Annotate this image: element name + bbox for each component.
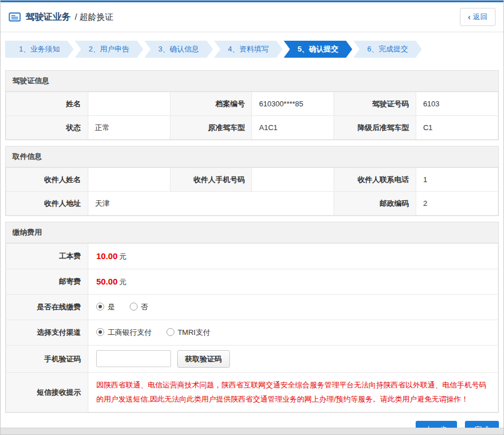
field-value-recipient-address: 天津 (88, 192, 334, 216)
chevron-left-icon: ‹ (468, 13, 471, 21)
step-3-confirm-info[interactable]: 3、确认信息 (144, 41, 213, 58)
radio-online-pay-yes-label[interactable]: 是 (108, 303, 115, 311)
table-row: 工本费 10.00元 (6, 244, 498, 269)
field-value-mail-fee: 50.00元 (88, 269, 498, 295)
table-row: 邮寄费 50.00元 (6, 269, 498, 295)
field-value-recipient-mobile (252, 168, 334, 192)
field-label-sms-note: 短信接收提示 (6, 373, 88, 412)
field-value-downgraded-class: C1 (416, 116, 498, 140)
field-value-original-class: A1C1 (252, 116, 334, 140)
radio-channel-icbc[interactable] (96, 328, 104, 336)
radio-online-pay-no[interactable] (130, 303, 138, 311)
page-title: 驾驶证业务 (25, 11, 71, 23)
footer-strip (1, 428, 503, 434)
field-label-zip-code: 邮政编码 (334, 192, 416, 216)
online-pay-options: 是 否 (88, 295, 498, 320)
field-label-status: 状态 (6, 116, 88, 140)
mail-fee-amount: 50.00 (96, 277, 118, 286)
step-4-fill-materials[interactable]: 4、资料填写 (214, 41, 283, 58)
license-service-icon (8, 12, 21, 22)
step-6-complete-submit[interactable]: 6、完成提交 (353, 41, 422, 58)
production-fee-amount: 10.00 (96, 251, 118, 261)
license-info-section: 驾驶证信息 姓名 档案编号 610300****85 驾驶证号码 6103 状态… (5, 70, 499, 140)
pickup-info-section-title: 取件信息 (6, 147, 498, 167)
table-row: 状态 正常 原准驾车型 A1C1 降级后准驾车型 C1 (6, 116, 498, 140)
license-info-section-title: 驾驶证信息 (6, 71, 498, 92)
field-label-original-class: 原准驾车型 (170, 116, 252, 140)
radio-online-pay-yes[interactable] (96, 303, 104, 311)
captcha-input[interactable] (96, 350, 171, 367)
mail-fee-unit: 元 (119, 278, 127, 286)
sms-note-cell: 因陕西省联通、电信运营商技术问题，陕西省互联网交通安全综合服务管理平台无法向持陕… (88, 373, 498, 412)
radio-channel-icbc-label[interactable]: 工商银行支付 (108, 328, 152, 337)
table-row: 手机验证码 获取验证码 (6, 346, 498, 373)
table-row: 短信接收提示 因陕西省联通、电信运营商技术问题，陕西省互联网交通安全综合服务管理… (6, 373, 498, 412)
field-value-status: 正常 (88, 116, 170, 140)
field-label-file-number: 档案编号 (170, 92, 252, 116)
pickup-info-table: 收件人姓名 收件人手机号码 收件人联系电话 1 收件人地址 天津 邮政编码 2 (6, 167, 498, 216)
captcha-field: 获取验证码 (88, 346, 498, 373)
field-value-license-number: 6103 (416, 92, 498, 116)
field-value-production-fee: 10.00元 (88, 244, 498, 269)
table-row: 选择支付渠道 工商银行支付 TMRI支付 (6, 320, 498, 346)
radio-channel-tmri-label[interactable]: TMRI支付 (178, 328, 211, 337)
field-label-mail-fee: 邮寄费 (6, 269, 88, 295)
field-label-name: 姓名 (6, 92, 88, 116)
production-fee-unit: 元 (119, 252, 127, 261)
breadcrumb-subtitle: / 超龄换证 (75, 12, 113, 23)
field-label-downgraded-class: 降级后准驾车型 (334, 116, 416, 140)
get-captcha-button[interactable]: 获取验证码 (177, 350, 230, 368)
radio-online-pay-no-label[interactable]: 否 (141, 303, 148, 311)
field-label-captcha: 手机验证码 (6, 346, 88, 373)
step-nav: 1、业务须知 2、用户申告 3、确认信息 4、资料填写 5、确认提交 6、完成提… (1, 32, 503, 64)
fees-section-title: 缴纳费用 (6, 222, 498, 243)
license-info-table: 姓名 档案编号 610300****85 驾驶证号码 6103 状态 正常 原准… (6, 92, 498, 140)
field-label-license-number: 驾驶证号码 (334, 92, 416, 116)
fees-section: 缴纳费用 工本费 10.00元 邮寄费 50.00元 是否在线缴费 是 否 (5, 222, 499, 413)
field-value-file-number: 610300****85 (252, 92, 334, 116)
field-label-pay-channel: 选择支付渠道 (6, 320, 88, 346)
field-value-recipient-phone: 1 (416, 168, 498, 192)
pickup-info-section: 取件信息 收件人姓名 收件人手机号码 收件人联系电话 1 收件人地址 天津 邮政… (5, 146, 499, 216)
field-label-production-fee: 工本费 (6, 244, 88, 269)
page: 驾驶证业务 / 超龄换证 ‹ 返回 1、业务须知 2、用户申告 3、确认信息 4… (0, 0, 504, 435)
field-label-online-pay: 是否在线缴费 (6, 295, 88, 320)
fees-table: 工本费 10.00元 邮寄费 50.00元 是否在线缴费 是 否 选择支付渠道 (6, 243, 498, 412)
radio-channel-tmri[interactable] (166, 328, 174, 336)
step-5-confirm-submit[interactable]: 5、确认提交 (284, 41, 352, 58)
table-row: 收件人姓名 收件人手机号码 收件人联系电话 1 (6, 168, 498, 192)
header: 驾驶证业务 / 超龄换证 ‹ 返回 (1, 2, 503, 32)
table-row: 姓名 档案编号 610300****85 驾驶证号码 6103 (6, 92, 498, 116)
step-1-business-notice[interactable]: 1、业务须知 (5, 41, 74, 58)
field-label-recipient-address: 收件人地址 (6, 192, 88, 216)
table-row: 收件人地址 天津 邮政编码 2 (6, 192, 498, 216)
back-button-label: 返回 (473, 12, 488, 22)
step-2-user-declaration[interactable]: 2、用户申告 (75, 41, 143, 58)
sms-note-text: 因陕西省联通、电信运营商技术问题，陕西省互联网交通安全综合服务管理平台无法向持陕… (96, 378, 490, 406)
back-button[interactable]: ‹ 返回 (460, 8, 496, 26)
field-label-recipient-mobile: 收件人手机号码 (170, 168, 252, 192)
pay-channel-options: 工商银行支付 TMRI支付 (88, 320, 498, 346)
field-value-name (88, 92, 170, 116)
table-row: 是否在线缴费 是 否 (6, 295, 498, 320)
field-value-zip-code: 2 (416, 192, 498, 216)
field-label-recipient-name: 收件人姓名 (6, 168, 88, 192)
field-value-recipient-name (88, 168, 170, 192)
field-label-recipient-phone: 收件人联系电话 (334, 168, 416, 192)
